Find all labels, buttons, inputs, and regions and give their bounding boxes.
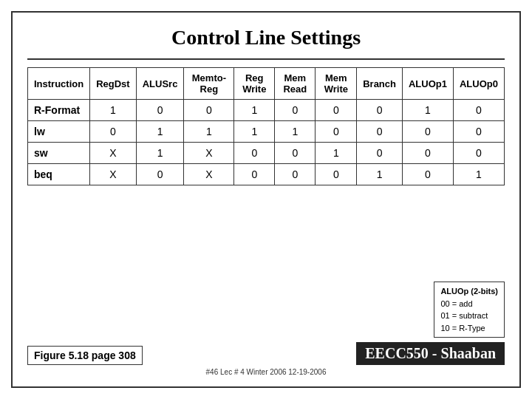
aluop-note-title: ALUOp (2-bits) [440, 287, 498, 296]
cell-rformat-memwrite: 0 [316, 100, 357, 121]
cell-sw-regdst: X [90, 143, 137, 164]
cell-lw-aluop0: 0 [453, 121, 504, 143]
cell-lw-memwrite: 0 [316, 121, 357, 143]
cell-sw-memtoreg: X [184, 143, 234, 164]
cell-lw-branch: 0 [357, 121, 403, 143]
cell-lw-aluop1: 0 [402, 121, 453, 143]
cell-rformat-regwrite: 1 [234, 100, 275, 121]
table-row: R-Format 1 0 0 1 0 0 0 1 0 [28, 100, 505, 121]
cell-rformat-inst: R-Format [28, 100, 90, 121]
slide-title: Control Line Settings [27, 20, 505, 60]
cell-beq-regdst: X [90, 164, 137, 185]
cell-sw-branch: 0 [357, 143, 403, 164]
right-side: ALUOp (2-bits) 00 = add 01 = subtract 10… [356, 282, 505, 365]
slide: Control Line Settings Instruction RegDst… [11, 11, 521, 388]
cell-rformat-regdst: 1 [90, 100, 137, 121]
control-table: Instruction RegDst ALUSrc Memto-Reg Reg … [27, 67, 505, 185]
cell-lw-regwrite: 1 [234, 121, 275, 143]
col-header-regwrite: Reg Write [234, 68, 275, 100]
col-header-regdst: RegDst [90, 68, 137, 100]
aluop-line-0: 00 = add [440, 299, 472, 308]
cell-sw-regwrite: 0 [234, 143, 275, 164]
cell-beq-regwrite: 0 [234, 164, 275, 185]
cell-beq-memread: 0 [275, 164, 316, 185]
cell-sw-memread: 0 [275, 143, 316, 164]
course-label: EECC550 - Shaaban [356, 342, 505, 365]
col-header-aluop0: ALUOp0 [453, 68, 504, 100]
col-header-aluop1: ALUOp1 [402, 68, 453, 100]
cell-lw-regdst: 0 [90, 121, 137, 143]
aluop-line-2: 10 = R-Type [440, 324, 485, 332]
cell-beq-branch: 1 [357, 164, 403, 185]
table-row: sw X 1 X 0 0 1 0 0 0 [28, 143, 505, 164]
col-header-instruction: Instruction [28, 68, 90, 100]
cell-beq-memtoreg: X [184, 164, 234, 185]
cell-beq-aluop0: 1 [453, 164, 504, 185]
table-row: beq X 0 X 0 0 0 1 0 1 [28, 164, 505, 185]
cell-sw-alusrc: 1 [136, 143, 184, 164]
aluop-line-1: 01 = subtract [440, 311, 488, 320]
cell-beq-memwrite: 0 [316, 164, 357, 185]
col-header-memtoreg: Memto-Reg [184, 68, 234, 100]
table-row: lw 0 1 1 1 1 0 0 0 0 [28, 121, 505, 143]
col-header-branch: Branch [357, 68, 403, 100]
cell-sw-aluop0: 0 [453, 143, 504, 164]
cell-beq-aluop1: 0 [402, 164, 453, 185]
cell-rformat-aluop0: 0 [453, 100, 504, 121]
cell-sw-aluop1: 0 [402, 143, 453, 164]
figure-label: Figure 5.18 page 308 [27, 346, 143, 365]
table-header-row: Instruction RegDst ALUSrc Memto-Reg Reg … [28, 68, 505, 100]
bottom-area: Figure 5.18 page 308 ALUOp (2-bits) 00 =… [27, 277, 505, 365]
cell-sw-memwrite: 1 [316, 143, 357, 164]
cell-lw-memtoreg: 1 [184, 121, 234, 143]
cell-lw-alusrc: 1 [136, 121, 184, 143]
col-header-memread: Mem Read [275, 68, 316, 100]
col-header-alusrc: ALUSrc [136, 68, 184, 100]
slide-footer: #46 Lec # 4 Winter 2006 12-19-2006 [27, 368, 505, 376]
cell-beq-inst: beq [28, 164, 90, 185]
col-header-memwrite: Mem Write [316, 68, 357, 100]
cell-rformat-memtoreg: 0 [184, 100, 234, 121]
cell-beq-alusrc: 0 [136, 164, 184, 185]
cell-lw-inst: lw [28, 121, 90, 143]
cell-lw-memread: 1 [275, 121, 316, 143]
cell-sw-inst: sw [28, 143, 90, 164]
cell-rformat-branch: 0 [357, 100, 403, 121]
aluop-note: ALUOp (2-bits) 00 = add 01 = subtract 10… [434, 282, 505, 338]
cell-rformat-aluop1: 1 [402, 100, 453, 121]
cell-rformat-alusrc: 0 [136, 100, 184, 121]
cell-rformat-memread: 0 [275, 100, 316, 121]
